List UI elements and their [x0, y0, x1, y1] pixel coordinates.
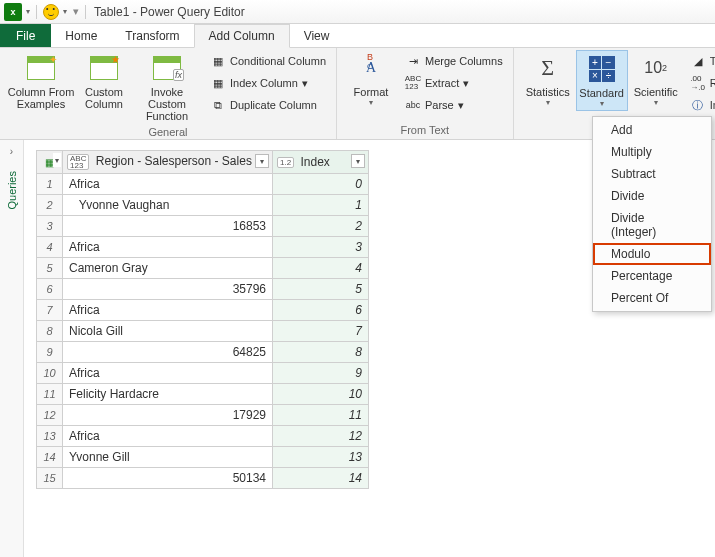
row-number[interactable]: 6: [37, 279, 63, 300]
trigonometry-button[interactable]: ◢ Trigon: [686, 50, 715, 72]
cell-index[interactable]: 1: [273, 195, 369, 216]
qat-overflow[interactable]: ▾: [73, 5, 79, 18]
menu-item-divide-integer[interactable]: Divide (Integer): [593, 207, 711, 243]
menu-item-multiply[interactable]: Multiply: [593, 141, 711, 163]
filter-dropdown-icon[interactable]: ▾: [255, 154, 269, 168]
row-number[interactable]: 5: [37, 258, 63, 279]
column-header-region-salesperson-sales[interactable]: ABC 123 Region - Salesperson - Sales ▾: [63, 151, 273, 174]
cell-index[interactable]: 3: [273, 237, 369, 258]
cell-value[interactable]: 50134: [63, 468, 273, 489]
cell-index[interactable]: 8: [273, 342, 369, 363]
merge-columns-button[interactable]: ⇥ Merge Columns: [401, 50, 507, 72]
row-number[interactable]: 10: [37, 363, 63, 384]
table-row[interactable]: 7Africa6: [37, 300, 369, 321]
table-row[interactable]: 11Felicity Hardacre10: [37, 384, 369, 405]
cell-index[interactable]: 12: [273, 426, 369, 447]
row-number[interactable]: 2: [37, 195, 63, 216]
cell-index[interactable]: 5: [273, 279, 369, 300]
cell-index[interactable]: 6: [273, 300, 369, 321]
statistics-button[interactable]: Σ Statistics ▾: [520, 50, 576, 109]
tab-add-column[interactable]: Add Column: [194, 24, 290, 48]
row-number[interactable]: 1: [37, 174, 63, 195]
table-row[interactable]: 10Africa9: [37, 363, 369, 384]
cell-value[interactable]: Africa: [63, 363, 273, 384]
table-row[interactable]: 8Nicola Gill7: [37, 321, 369, 342]
scientific-button[interactable]: 102 Scientific ▾: [628, 50, 684, 109]
table-row[interactable]: 13Africa12: [37, 426, 369, 447]
qat-dropdown-icon[interactable]: ▾: [63, 7, 67, 16]
cell-value[interactable]: 35796: [63, 279, 273, 300]
row-number[interactable]: 14: [37, 447, 63, 468]
table-row[interactable]: 121792911: [37, 405, 369, 426]
table-row[interactable]: 4Africa3: [37, 237, 369, 258]
cell-value[interactable]: Africa: [63, 426, 273, 447]
chevron-down-icon[interactable]: ▾: [53, 153, 61, 167]
cell-index[interactable]: 13: [273, 447, 369, 468]
cell-value[interactable]: Africa: [63, 174, 273, 195]
menu-item-divide[interactable]: Divide: [593, 185, 711, 207]
parse-button[interactable]: abc Parse ▾: [401, 94, 507, 116]
smiley-icon[interactable]: [43, 4, 59, 20]
menu-item-subtract[interactable]: Subtract: [593, 163, 711, 185]
cell-value[interactable]: 16853: [63, 216, 273, 237]
tab-home[interactable]: Home: [51, 24, 111, 47]
cell-index[interactable]: 4: [273, 258, 369, 279]
cell-value[interactable]: Africa: [63, 300, 273, 321]
row-number[interactable]: 13: [37, 426, 63, 447]
extract-button[interactable]: ABC123 Extract ▾: [401, 72, 507, 94]
row-number[interactable]: 3: [37, 216, 63, 237]
duplicate-column-button[interactable]: ⧉ Duplicate Column: [206, 94, 330, 116]
row-number[interactable]: 15: [37, 468, 63, 489]
cell-index[interactable]: 0: [273, 174, 369, 195]
table-row[interactable]: 14Yvonne Gill13: [37, 447, 369, 468]
cell-value[interactable]: Africa: [63, 237, 273, 258]
format-button[interactable]: ABC Format ▾: [343, 50, 399, 109]
table-row[interactable]: 9648258: [37, 342, 369, 363]
column-header-index[interactable]: 1.2 Index ▾: [273, 151, 369, 174]
cell-index[interactable]: 7: [273, 321, 369, 342]
information-button[interactable]: ⓘ Inform: [686, 94, 715, 116]
table-row[interactable]: 155013414: [37, 468, 369, 489]
filter-dropdown-icon[interactable]: ▾: [351, 154, 365, 168]
queries-pane-collapsed[interactable]: › Queries: [0, 140, 24, 557]
table-row[interactable]: 5Cameron Gray4: [37, 258, 369, 279]
invoke-custom-function-button[interactable]: fx Invoke Custom Function: [132, 50, 202, 124]
row-number[interactable]: 9: [37, 342, 63, 363]
column-from-examples-button[interactable]: ✦ Column From Examples: [6, 50, 76, 112]
cell-index[interactable]: 10: [273, 384, 369, 405]
cell-value[interactable]: Felicity Hardacre: [63, 384, 273, 405]
menu-item-percentage[interactable]: Percentage: [593, 265, 711, 287]
row-number[interactable]: 12: [37, 405, 63, 426]
row-number[interactable]: 4: [37, 237, 63, 258]
tab-file[interactable]: File: [0, 24, 51, 47]
cell-value[interactable]: Cameron Gray: [63, 258, 273, 279]
cell-index[interactable]: 2: [273, 216, 369, 237]
cell-value[interactable]: 17929: [63, 405, 273, 426]
cell-value[interactable]: Yvonne Vaughan: [63, 195, 273, 216]
rounding-button[interactable]: .00→.0 Round: [686, 72, 715, 94]
conditional-column-button[interactable]: ▦ Conditional Column: [206, 50, 330, 72]
cell-index[interactable]: 11: [273, 405, 369, 426]
table-row[interactable]: 1Africa0: [37, 174, 369, 195]
expand-queries-icon[interactable]: ›: [10, 146, 13, 157]
table-row[interactable]: 2 Yvonne Vaughan1: [37, 195, 369, 216]
menu-item-modulo[interactable]: Modulo: [593, 243, 711, 265]
cell-value[interactable]: Nicola Gill: [63, 321, 273, 342]
qat-dropdown-icon[interactable]: ▾: [26, 7, 30, 16]
cell-value[interactable]: 64825: [63, 342, 273, 363]
index-column-button[interactable]: ▦ Index Column ▾: [206, 72, 330, 94]
cell-index[interactable]: 9: [273, 363, 369, 384]
menu-item-percent-of[interactable]: Percent Of: [593, 287, 711, 309]
menu-item-add[interactable]: Add: [593, 119, 711, 141]
standard-button[interactable]: + − × ÷ Standard ▾: [576, 50, 628, 111]
cell-index[interactable]: 14: [273, 468, 369, 489]
table-row[interactable]: 3168532: [37, 216, 369, 237]
row-number[interactable]: 8: [37, 321, 63, 342]
tab-view[interactable]: View: [290, 24, 344, 47]
table-row[interactable]: 6357965: [37, 279, 369, 300]
row-number[interactable]: 11: [37, 384, 63, 405]
corner-cell[interactable]: ▦ ▾: [37, 151, 63, 174]
cell-value[interactable]: Yvonne Gill: [63, 447, 273, 468]
tab-transform[interactable]: Transform: [111, 24, 193, 47]
row-number[interactable]: 7: [37, 300, 63, 321]
